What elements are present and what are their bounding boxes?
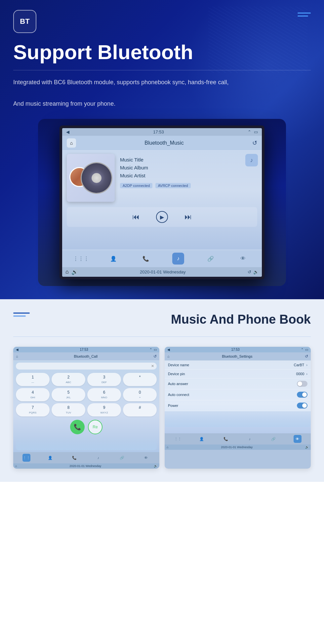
power-toggle[interactable] — [297, 403, 307, 409]
setting-auto-connect: Auto connect — [165, 389, 311, 400]
setting-power: Power — [165, 400, 311, 411]
album-art — [67, 154, 115, 202]
setting-device-name[interactable]: Device name CarBT › — [165, 361, 311, 370]
mini-settings-nav-menu[interactable]: ⋮⋮ — [174, 435, 182, 443]
header-section: BT Support Bluetooth Integrated with BC6… — [0, 0, 324, 299]
track-album: Music Album — [120, 164, 192, 172]
mini-nav-view[interactable]: 👁 — [142, 454, 150, 462]
dial-6[interactable]: 6MNO — [87, 388, 121, 401]
car-body: ◀ 17:53 ⌃ ▭ ⌂ Bluetooth_Music ↺ — [60, 125, 264, 279]
mini-settings-back-btn[interactable]: ↺ — [305, 354, 308, 359]
sys-back-icon[interactable]: ↺ — [248, 269, 251, 274]
mini-nav-menu[interactable]: ⋮⋮ — [22, 454, 30, 462]
auto-answer-knob — [298, 381, 302, 386]
mini-call-back-btn[interactable]: ↺ — [153, 354, 157, 359]
sys-vol-up-icon[interactable]: 🔊 — [71, 269, 78, 275]
mini-settings-sys-home[interactable]: ⌂ — [167, 446, 168, 449]
mini-settings-nav-phone[interactable]: 📞 — [222, 435, 230, 443]
home-button[interactable]: ⌂ — [67, 138, 76, 148]
nav-user-icon[interactable]: 👤 — [107, 253, 119, 265]
mini-settings-sys-date: 2020-01-01 Wednesday — [221, 446, 253, 449]
mini-sys-vol[interactable]: 🔊 — [154, 464, 157, 468]
mini-settings-nav-link[interactable]: 🔗 — [269, 435, 277, 443]
mini-call-bottom-nav: ⋮⋮ 👤 📞 ♪ 🔗 👁 — [13, 452, 159, 463]
music-note-icon: ♪ — [245, 154, 258, 166]
mini-screen-settings: ◀ 17:53 ⌃ ▭ ⌂ Bluetooth_Settings ↺ Devic… — [165, 347, 311, 469]
mini-settings-home[interactable]: ⌂ — [167, 354, 170, 358]
app-header: ⌂ Bluetooth_Music ↺ — [62, 136, 262, 151]
mini-nav-user[interactable]: 👤 — [46, 454, 54, 462]
call-search-bar[interactable]: ✕ — [16, 363, 157, 370]
sys-left-icons: ⌂ 🔊 — [65, 269, 78, 275]
dial-2[interactable]: 2ABC — [52, 373, 85, 386]
mini-call-content: ✕ 1— 2ABC 3DEF * 4GHI 5JKL 6MNO 0+ 7PQRS… — [13, 361, 159, 452]
mini-settings-nav-view[interactable]: 👁 — [294, 435, 302, 443]
power-knob — [302, 403, 307, 408]
car-display: ◀ 17:53 ⌃ ▭ ⌂ Bluetooth_Music ↺ — [13, 119, 311, 286]
nav-phone-icon[interactable]: 📞 — [140, 253, 152, 265]
dial-hash[interactable]: # — [123, 403, 157, 416]
dial-5[interactable]: 5JKL — [52, 388, 85, 401]
track-title: Music Title — [120, 156, 192, 164]
dial-8[interactable]: 8TUV — [52, 403, 85, 416]
mini-nav-music[interactable]: ♪ — [94, 454, 102, 462]
nav-menu-icon[interactable]: ⋮⋮⋮ — [75, 253, 87, 265]
auto-answer-toggle[interactable] — [297, 381, 307, 387]
battery-icon: ▭ — [254, 129, 258, 134]
app-title: Bluetooth_Music — [144, 140, 183, 146]
header-top: BT — [13, 10, 311, 33]
track-info: Music Title Music Album Music Artist A2D… — [120, 154, 192, 188]
mini-nav-link[interactable]: 🔗 — [118, 454, 126, 462]
device-name-label: Device name — [168, 363, 189, 367]
sys-bar: ⌂ 🔊 2020-01-01 Wednesday ↺ 🔉 — [62, 267, 262, 277]
auto-connect-knob — [302, 392, 307, 397]
mini-settings-bottom-nav: ⋮⋮ 👤 📞 ♪ 🔗 👁 — [165, 433, 311, 445]
auto-connect-toggle[interactable] — [297, 392, 307, 398]
dial-1[interactable]: 1— — [16, 373, 50, 386]
disc-center — [92, 173, 101, 183]
mini-call-status: ◀ 17:53 ⌃ ▭ — [13, 347, 159, 352]
power-label: Power — [168, 404, 178, 408]
mini-settings-nav-user[interactable]: 👤 — [198, 435, 206, 443]
nav-view-icon[interactable]: 👁 — [237, 253, 249, 265]
mini-settings-sys-vol[interactable]: 🔊 — [305, 446, 309, 449]
play-button[interactable]: ▶ — [156, 211, 168, 223]
mini-screens-row: ◀ 17:53 ⌃ ▭ ⌂ Bluetooth_Call ↺ — [13, 347, 311, 469]
car-frame: ◀ 17:53 ⌃ ▭ ⌂ Bluetooth_Music ↺ — [60, 125, 264, 279]
dial-0[interactable]: 0+ — [123, 388, 157, 401]
sys-right-icons: ↺ 🔉 — [248, 269, 259, 274]
dial-7[interactable]: 7PQRS — [16, 403, 50, 416]
mini-call-back[interactable]: ◀ — [16, 348, 19, 351]
mini-settings-nav-music[interactable]: ♪ — [246, 435, 254, 443]
subtitle: Integrated with BC6 Bluetooth module, su… — [13, 77, 311, 109]
dial-4[interactable]: 4GHI — [16, 388, 50, 401]
answer-call-button[interactable]: 📞 — [70, 420, 85, 434]
badge-a2dp: A2DP connected — [120, 183, 152, 188]
mini-signal-icon: ⌃ — [149, 348, 152, 351]
back-button-top[interactable]: ◀ — [66, 129, 69, 134]
mini-settings-back[interactable]: ◀ — [167, 348, 170, 351]
next-button[interactable]: ⏭ — [184, 213, 192, 221]
mini-call-home[interactable]: ⌂ — [16, 354, 18, 358]
mini-nav-phone[interactable]: 📞 — [70, 454, 78, 462]
dial-9[interactable]: 9WXYZ — [87, 403, 121, 416]
nav-link-icon[interactable]: 🔗 — [205, 253, 217, 265]
menu-button[interactable] — [298, 13, 311, 17]
setting-device-pin[interactable]: Device pin 0000 › — [165, 370, 311, 378]
sys-home-icon[interactable]: ⌂ — [65, 269, 69, 275]
device-pin-label: Device pin — [168, 372, 185, 376]
prev-button[interactable]: ⏮ — [132, 213, 140, 221]
redial-button[interactable]: Re — [88, 420, 102, 434]
main-screen: ◀ 17:53 ⌃ ▭ ⌂ Bluetooth_Music ↺ — [62, 128, 262, 277]
section-title: Music And Phone Book — [171, 312, 311, 327]
mini-sys-home[interactable]: ⌂ — [15, 464, 17, 468]
sys-vol-down-icon[interactable]: 🔉 — [253, 269, 259, 274]
badge-avrcp: AVRCP connected — [155, 183, 191, 188]
search-clear-icon[interactable]: ✕ — [151, 364, 154, 368]
nav-music-icon[interactable]: ♪ — [172, 253, 184, 265]
back-button[interactable]: ↺ — [252, 139, 257, 147]
badges: A2DP connected AVRCP connected — [120, 182, 192, 188]
white-section: Music And Phone Book ◀ 17:53 ⌃ ▭ ⌂ Bluet… — [0, 299, 324, 482]
dial-3[interactable]: 3DEF — [87, 373, 121, 386]
dial-star[interactable]: * — [123, 373, 157, 386]
